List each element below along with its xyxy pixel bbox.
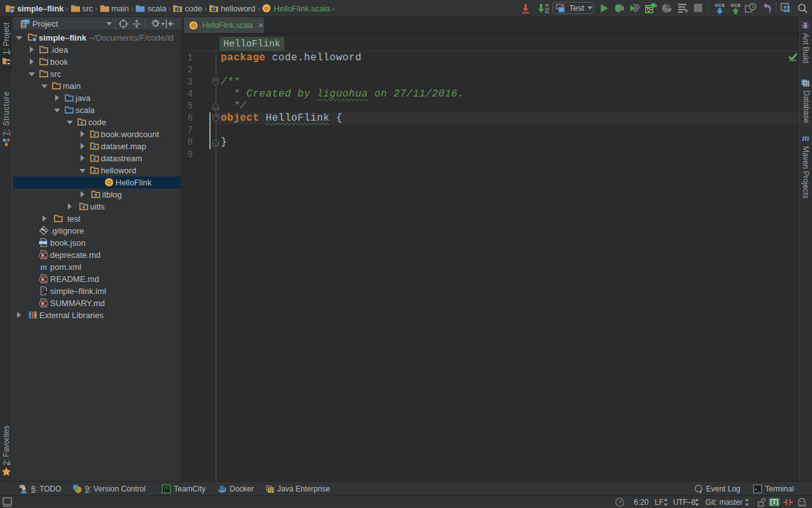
svg-text:m: m (802, 133, 809, 143)
svg-text:01: 01 (545, 10, 549, 14)
svg-text:>_: >_ (754, 486, 760, 491)
svg-text:TC: TC (646, 6, 652, 11)
svg-text:VCS: VCS (715, 3, 724, 8)
svg-text:VCS: VCS (731, 3, 740, 8)
svg-text:TC: TC (164, 486, 169, 490)
